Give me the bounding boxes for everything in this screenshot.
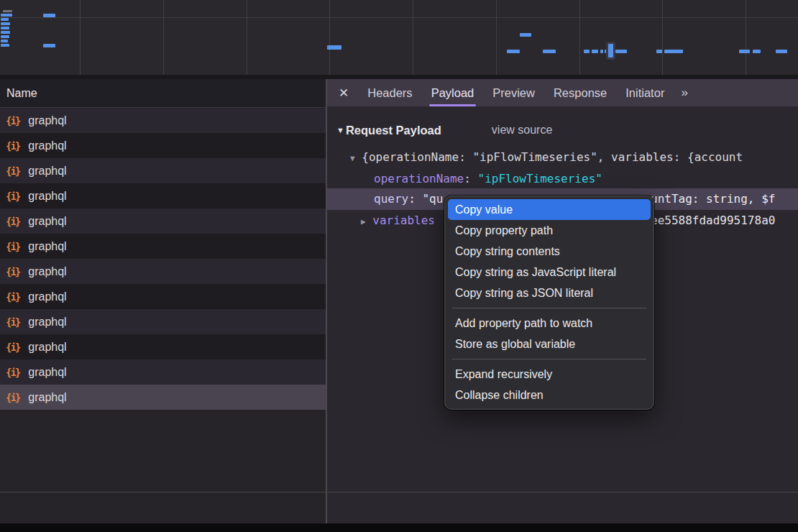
operation-name-row[interactable]: operationName: "ipFlowTimeseries" [327, 168, 798, 190]
table-row[interactable]: {i}graphql [0, 208, 326, 234]
table-row[interactable]: {i}graphql [0, 334, 326, 359]
table-row[interactable]: {i}graphql [0, 385, 326, 410]
window-bottom-bar [0, 523, 798, 532]
property-key: query [374, 192, 408, 206]
json-braces-icon: {i} [6, 216, 19, 227]
collapsed-caret-icon[interactable]: ▶ [361, 217, 366, 226]
overview-gridline [496, 0, 497, 75]
table-row[interactable]: {i}graphql [0, 259, 326, 284]
waterfall-bar[interactable] [600, 50, 603, 53]
waterfall-bar[interactable] [605, 50, 607, 53]
overview-gridline [662, 0, 663, 75]
detail-tab-bar: ✕ HeadersPayloadPreviewResponseInitiator… [327, 79, 798, 106]
request-name: graphql [28, 265, 66, 278]
menu-item-copy-property-path[interactable]: Copy property path [448, 220, 651, 241]
tabs-container: HeadersPayloadPreviewResponseInitiator [358, 79, 674, 106]
menu-item-copy-string-contents[interactable]: Copy string contents [448, 241, 651, 262]
tab-headers[interactable]: Headers [358, 79, 421, 106]
waterfall-bar[interactable] [776, 50, 787, 53]
tab-payload[interactable]: Payload [422, 79, 484, 106]
close-icon[interactable]: ✕ [327, 86, 358, 101]
waterfall-bar[interactable] [1, 18, 9, 21]
menu-item-store-as-global-variable[interactable]: Store as global variable [448, 334, 651, 354]
name-column-header[interactable]: Name [0, 79, 326, 108]
footer-divider [0, 492, 798, 492]
network-overview[interactable] [0, 0, 798, 75]
context-menu: Copy valueCopy property pathCopy string … [444, 196, 654, 410]
json-braces-icon: {i} [6, 367, 19, 378]
waterfall-bar[interactable] [1, 31, 10, 34]
property-key: variables [372, 214, 435, 227]
waterfall-bar[interactable] [43, 14, 55, 17]
request-name: graphql [28, 190, 66, 203]
overview-gridline [247, 0, 247, 75]
menu-item-copy-string-as-javascript-literal[interactable]: Copy string as JavaScript literal [448, 262, 651, 283]
query-value-continued: untTag: string, $f [651, 188, 775, 210]
request-name: graphql [28, 114, 66, 127]
waterfall-bar[interactable] [520, 33, 531, 37]
devtools-window: Name {i}graphql{i}graphql{i}graphql{i}gr… [0, 0, 798, 532]
waterfall-bar[interactable] [664, 50, 683, 53]
waterfall-bar[interactable] [739, 50, 750, 53]
waterfall-bar[interactable] [1, 14, 12, 17]
menu-separator [452, 359, 646, 359]
collapse-caret-icon[interactable]: ▼ [336, 126, 344, 134]
waterfall-bar[interactable] [1, 27, 9, 29]
waterfall-bar[interactable] [1, 44, 9, 47]
overview-gridline [746, 0, 746, 75]
property-value: "ipFlowTimeseries" [478, 172, 602, 185]
table-row[interactable]: {i}graphql [0, 309, 326, 334]
waterfall-bar[interactable] [543, 50, 556, 53]
json-braces-icon: {i} [6, 115, 19, 127]
menu-item-copy-string-as-json-literal[interactable]: Copy string as JSON literal [448, 283, 651, 303]
request-name: graphql [28, 316, 66, 329]
overview-gridline [413, 0, 413, 75]
waterfall-bar[interactable] [584, 50, 590, 53]
variables-preview-continued: ee5588fdad995178a0 [651, 210, 775, 231]
menu-item-copy-value[interactable]: Copy value [448, 199, 651, 220]
json-braces-icon: {i} [6, 140, 19, 152]
waterfall-bar[interactable] [507, 50, 520, 53]
menu-item-add-property-path-to-watch[interactable]: Add property path to watch [448, 313, 651, 334]
menu-item-expand-recursively[interactable]: Expand recursively [448, 364, 651, 385]
waterfall-bar[interactable] [3, 10, 12, 12]
waterfall-bar[interactable] [592, 50, 598, 53]
payload-root-row[interactable]: ▼ {operationName: "ipFlowTimeseries", va… [327, 147, 798, 168]
table-row[interactable]: {i}graphql [0, 359, 326, 385]
waterfall-bar[interactable] [1, 40, 8, 42]
view-source-link[interactable]: view source [492, 124, 552, 137]
waterfall-bar[interactable] [1, 35, 9, 38]
waterfall-bar[interactable] [43, 44, 55, 47]
json-braces-icon: {i} [6, 341, 19, 353]
waterfall-bar[interactable] [753, 50, 761, 53]
overview-gridline [579, 0, 580, 75]
overview-gridline [163, 0, 164, 75]
request-name: graphql [28, 391, 66, 404]
tab-response[interactable]: Response [544, 79, 616, 106]
property-key: operationName [374, 172, 464, 185]
request-name: graphql [28, 240, 66, 253]
tab-preview[interactable]: Preview [483, 79, 544, 106]
table-row[interactable]: {i}graphql [0, 234, 326, 259]
request-payload-section-header[interactable]: ▼ Request Payload view source [336, 121, 552, 139]
table-row[interactable]: {i}graphql [0, 133, 326, 158]
json-braces-icon: {i} [6, 191, 19, 202]
menu-item-collapse-children[interactable]: Collapse children [448, 385, 651, 405]
tab-initiator[interactable]: Initiator [616, 79, 674, 106]
waterfall-bar[interactable] [327, 45, 341, 50]
network-request-panel: Name {i}graphql{i}graphql{i}graphql{i}gr… [0, 79, 326, 523]
json-braces-icon: {i} [6, 165, 19, 177]
waterfall-bar[interactable] [656, 50, 662, 53]
table-row[interactable]: {i}graphql [0, 108, 326, 133]
panel-splitter[interactable] [326, 79, 327, 523]
expanded-caret-icon[interactable]: ▼ [350, 154, 355, 163]
waterfall-bar[interactable] [615, 50, 627, 53]
table-row[interactable]: {i}graphql [0, 158, 326, 183]
waterfall-bar[interactable] [608, 44, 613, 58]
waterfall-bar[interactable] [1, 22, 10, 25]
more-tabs-icon[interactable]: » [674, 86, 693, 100]
table-row[interactable]: {i}graphql [0, 284, 326, 309]
menu-separator [452, 308, 646, 308]
table-row[interactable]: {i}graphql [0, 183, 326, 208]
request-name: graphql [28, 165, 66, 178]
